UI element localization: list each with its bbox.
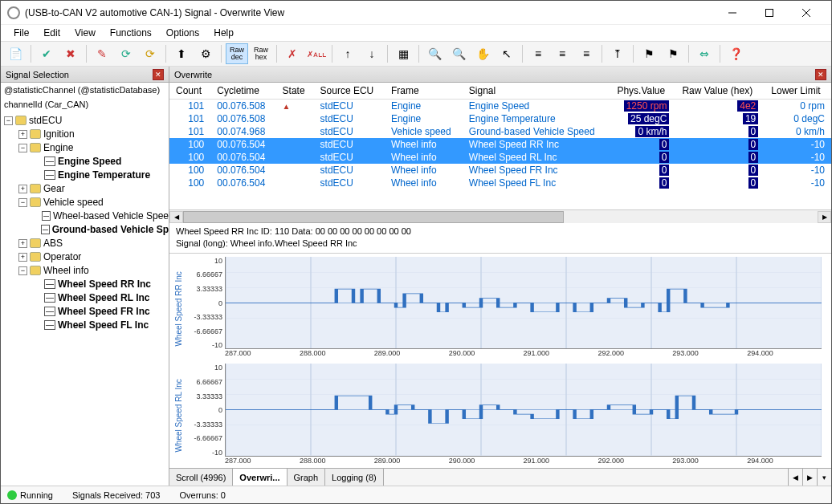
delete-all-icon[interactable]: ✗ᴀʟʟ: [305, 43, 328, 64]
tree-toggle-icon[interactable]: +: [18, 185, 27, 193]
tree-label: Operator: [43, 251, 81, 262]
tab-1[interactable]: Overwri...: [233, 469, 287, 486]
arrow-up-icon[interactable]: ↑: [336, 43, 359, 64]
menu-edit[interactable]: Edit: [37, 26, 67, 40]
pointer-icon[interactable]: ↖: [496, 43, 518, 64]
tree-node[interactable]: Engine Temperature: [1, 169, 169, 182]
tree-node[interactable]: +Operator: [1, 250, 169, 264]
accept-icon[interactable]: ✔: [35, 43, 58, 64]
raw-hex-button[interactable]: Rawhex: [250, 43, 272, 64]
chart-plot[interactable]: [225, 257, 822, 350]
fit-icon[interactable]: ⇔: [693, 43, 716, 64]
grid-icon[interactable]: ▦: [392, 43, 414, 64]
marker-a-icon[interactable]: ⤒: [606, 43, 629, 64]
menu-view[interactable]: View: [68, 26, 102, 40]
col-header[interactable]: Lower Limit: [765, 83, 831, 99]
reject-icon[interactable]: ✖: [59, 43, 82, 64]
tree-toggle-icon[interactable]: +: [18, 130, 27, 139]
tree-toggle-icon[interactable]: +: [18, 239, 27, 248]
folder-icon: [30, 143, 41, 152]
col-header[interactable]: Source ECU: [314, 83, 385, 99]
refresh-cancel-icon[interactable]: ⟳: [139, 43, 161, 64]
tree-node[interactable]: +Gear: [1, 182, 169, 196]
tree-toggle-icon[interactable]: −: [4, 116, 13, 125]
scroll-left-icon[interactable]: ◀: [169, 211, 183, 223]
flag1-icon[interactable]: ⚑: [638, 43, 660, 64]
tab-nav-0[interactable]: ◀: [788, 469, 802, 486]
col-header[interactable]: Frame: [385, 83, 463, 99]
folder-icon: [15, 116, 27, 125]
tab-3[interactable]: Logging (8): [325, 469, 384, 486]
tab-nav-1[interactable]: ▶: [802, 469, 817, 486]
tree-toggle-icon[interactable]: +: [18, 253, 27, 262]
tree-toggle-icon[interactable]: −: [18, 144, 27, 152]
tree-node[interactable]: Wheel Speed FR Inc: [1, 305, 169, 319]
menu-options[interactable]: Options: [160, 26, 206, 40]
tree-node[interactable]: Engine Speed: [1, 155, 169, 169]
col-header[interactable]: State: [276, 83, 314, 99]
folder-icon: [30, 266, 41, 275]
tree-node[interactable]: Wheel-based Vehicle Spee: [1, 209, 169, 223]
col-header[interactable]: Cycletime: [210, 83, 275, 99]
refresh-ok-icon[interactable]: ⟳: [115, 43, 137, 64]
table-row[interactable]: 10000.076.504stdECUWheel infoWheel Speed…: [169, 164, 831, 177]
tab-2[interactable]: Graph: [288, 469, 326, 486]
raw-dec-button[interactable]: Rawdec: [226, 43, 248, 64]
chart-plot[interactable]: [225, 364, 822, 457]
delete-icon[interactable]: ✗: [281, 43, 304, 64]
tree-node[interactable]: −Wheel info: [1, 264, 169, 278]
overwrite-close-icon[interactable]: ✕: [815, 69, 826, 80]
scroll-right-icon[interactable]: ▶: [818, 211, 831, 223]
col-header[interactable]: Phys.Value: [610, 83, 675, 99]
table-row[interactable]: 10000.076.504stdECUWheel infoWheel Speed…: [169, 138, 831, 151]
close-button[interactable]: [788, 1, 825, 25]
menu-functions[interactable]: Functions: [104, 26, 158, 40]
maximize-button[interactable]: [751, 1, 788, 25]
align-left-icon[interactable]: ≡: [527, 43, 549, 64]
upload-icon[interactable]: ⬆: [170, 43, 193, 64]
tree-node[interactable]: +ABS: [1, 237, 169, 250]
table-row[interactable]: 10100.076.508stdECUEngineEngine Temperat…: [169, 112, 831, 125]
align-center-icon[interactable]: ≡: [551, 43, 573, 64]
col-header[interactable]: Count: [169, 83, 210, 99]
tree-node[interactable]: −Engine: [1, 141, 169, 155]
help-icon[interactable]: ❓: [724, 43, 747, 64]
flag2-icon[interactable]: ⚑: [662, 43, 684, 64]
tree-node[interactable]: +Ignition: [1, 128, 169, 141]
table-row[interactable]: 10100.074.968stdECUVehicle speedGround-b…: [169, 125, 831, 138]
tree-node[interactable]: Wheel Speed RR Inc: [1, 278, 169, 291]
col-header[interactable]: Signal: [463, 83, 611, 99]
tree-node[interactable]: −Vehicle speed: [1, 196, 169, 209]
table-row[interactable]: 10000.076.504stdECUWheel infoWheel Speed…: [169, 177, 831, 189]
signal-grid[interactable]: CountCycletimeStateSource ECUFrameSignal…: [169, 83, 831, 209]
tree-node[interactable]: Wheel Speed FL Inc: [1, 319, 169, 332]
tree-label: Ground-based Vehicle Sp: [52, 224, 169, 235]
pan-icon[interactable]: ✋: [471, 43, 494, 64]
align-right-icon[interactable]: ≡: [575, 43, 597, 64]
sidebar-close-icon[interactable]: ✕: [153, 69, 164, 80]
arrow-down-icon[interactable]: ↓: [361, 43, 383, 64]
col-header[interactable]: Raw Value (hex): [675, 83, 765, 99]
signal-tree[interactable]: −stdECU+Ignition−EngineEngine SpeedEngin…: [1, 112, 169, 486]
tab-0[interactable]: Scroll (4996): [169, 469, 233, 486]
tree-node[interactable]: Ground-based Vehicle Sp: [1, 223, 169, 237]
table-row[interactable]: 10100.076.508▲stdECUEngineEngine Speed12…: [169, 99, 831, 112]
gears-icon[interactable]: ⚙: [194, 43, 217, 64]
tree-toggle-icon[interactable]: −: [18, 198, 27, 207]
menu-file[interactable]: File: [7, 26, 35, 40]
scroll-thumb[interactable]: [183, 211, 564, 223]
clear-icon[interactable]: ✎: [91, 43, 113, 64]
minimize-button[interactable]: [714, 1, 751, 25]
new-doc-icon[interactable]: 📄: [4, 43, 27, 64]
zoom-out-icon[interactable]: 🔍: [423, 43, 446, 64]
tree-node[interactable]: Wheel Speed RL Inc: [1, 291, 169, 305]
menu-help[interactable]: Help: [207, 26, 240, 40]
grid-hscroll[interactable]: ◀ ▶: [169, 209, 831, 223]
tab-nav-2[interactable]: ▾: [817, 469, 831, 486]
table-row[interactable]: 10000.076.504stdECUWheel infoWheel Speed…: [169, 151, 831, 164]
tree-node[interactable]: −stdECU: [1, 114, 169, 128]
zoom-in-icon[interactable]: 🔍: [447, 43, 470, 64]
tree-toggle-icon[interactable]: −: [18, 266, 27, 275]
folder-icon: [30, 129, 41, 139]
svg-rect-1: [766, 9, 773, 16]
